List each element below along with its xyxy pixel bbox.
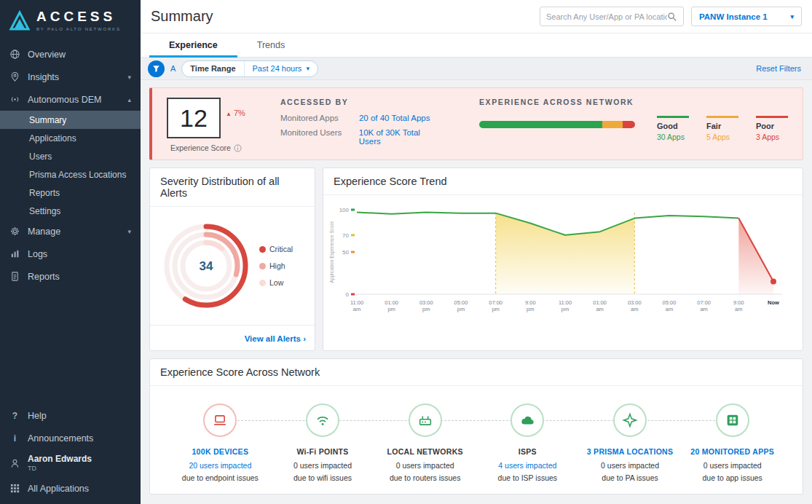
monitored-apps-link[interactable]: 20 MONITORED APPS — [681, 447, 784, 456]
local-networks-title: LOCAL NETWORKS — [374, 447, 476, 456]
user-menu[interactable]: Aaron Edwards TD — [0, 449, 141, 477]
experience-across-network-block: EXPERIENCE ACROSS NETWORK Good 30 Apps — [479, 98, 788, 152]
sidebar-item-users[interactable]: Users — [0, 147, 141, 165]
sidebar-item-autonomous-dem[interactable]: Autonomous DEM ▴ — [0, 88, 141, 111]
instance-selector[interactable]: PANW Instance 1 ▾ — [691, 7, 802, 26]
search-icon — [667, 12, 677, 22]
sidebar-item-manage[interactable]: Manage ▾ — [0, 220, 141, 243]
experience-score-trend-card: Experience Score Trend — [323, 168, 803, 351]
content-area: 12 ▲ 7% Experience Score ACCESS — [141, 80, 812, 504]
sidebar-item-label: Reports — [29, 188, 60, 198]
user-info: Aaron Edwards TD — [28, 454, 92, 473]
help-label: Help — [28, 411, 47, 421]
page-title: Summary — [151, 8, 213, 25]
legend-fair: Fair 5 Apps — [706, 116, 738, 141]
router-icon — [409, 403, 442, 437]
devices-impact[interactable]: 20 users impacted — [169, 461, 272, 470]
severity-legend: Critical High Low — [259, 245, 293, 287]
user-tenant: TD — [28, 465, 92, 473]
experience-across-network-card: Experience Score Across Network 100K DEV… — [149, 358, 803, 495]
sidebar-item-dem-reports[interactable]: Reports — [0, 184, 141, 202]
sidebar-item-settings[interactable]: Settings — [0, 202, 141, 220]
legend-good-swatch — [657, 116, 689, 118]
sidebar-item-applications[interactable]: Applications — [0, 129, 141, 147]
legend-low: Low — [259, 278, 293, 287]
sidebar-item-reports[interactable]: Reports — [0, 265, 141, 288]
score-block: 12 ▲ 7% Experience Score — [167, 98, 245, 152]
network-node-local-networks: LOCAL NETWORKS 0 users impacted due to r… — [374, 403, 476, 482]
devices-laptop-icon — [203, 403, 237, 437]
prisma-locations-link[interactable]: 3 PRISMA LOCATIONS — [579, 447, 682, 456]
sidebar-item-insights[interactable]: Insights ▾ — [0, 66, 141, 88]
announcements-label: Announcements — [28, 433, 93, 444]
local-networks-cause: due to routers issues — [374, 473, 476, 482]
all-applications-button[interactable]: All Applications — [0, 477, 141, 500]
prisma-locations-cause: due to PA issues — [579, 473, 682, 482]
wifi-icon — [306, 403, 339, 437]
announcements-button[interactable]: i Announcements — [0, 427, 141, 449]
devices-link[interactable]: 100K DEVICES — [169, 447, 272, 456]
search-input[interactable] — [546, 12, 667, 21]
sidebar: ACCESS BY PALO ALTO NETWORKS Overview — [0, 0, 141, 504]
score-delta: ▲ 7% — [226, 109, 245, 117]
sidebar-item-label: Prisma Access Locations — [29, 170, 126, 180]
legend-poor-count: 3 Apps — [756, 133, 788, 141]
info-circle-icon[interactable] — [234, 144, 242, 152]
reset-filters-link[interactable]: Reset Filters — [756, 64, 805, 73]
svg-text:01:00am: 01:00am — [593, 299, 607, 312]
brand-title: ACCESS — [36, 9, 121, 25]
accessed-by-block: ACCESSED BY Monitored Apps 20 of 40 Tota… — [280, 98, 444, 152]
time-range-label: Time Range — [182, 61, 244, 76]
chevron-down-icon: ▾ — [127, 228, 131, 235]
legend-good: Good 30 Apps — [657, 116, 689, 141]
sidebar-item-overview[interactable]: Overview — [0, 43, 141, 66]
legend-poor-label: Poor — [756, 122, 788, 130]
svg-text:34: 34 — [200, 259, 213, 273]
time-range-filter[interactable]: Time Range Past 24 hours ▾ — [181, 60, 318, 77]
svg-text:01:00pm: 01:00pm — [385, 299, 398, 312]
trend-card-title: Experience Score Trend — [323, 168, 803, 195]
sidebar-item-prisma-access-locations[interactable]: Prisma Access Locations — [0, 165, 141, 184]
devices-cause: due to endpoint issues — [169, 473, 272, 482]
brand-text: ACCESS BY PALO ALTO NETWORKS — [36, 9, 121, 31]
tab-trends[interactable]: Trends — [237, 34, 304, 58]
network-node-devices: 100K DEVICES 20 users impacted due to en… — [169, 403, 272, 482]
instance-value: PANW Instance 1 — [699, 12, 768, 21]
legend-low-label: Low — [269, 278, 283, 287]
experience-across-network-heading: EXPERIENCE ACROSS NETWORK — [479, 98, 788, 106]
score-label: Experience Score — [170, 143, 242, 152]
view-all-alerts-link[interactable]: View all Alerts › — [245, 334, 306, 343]
svg-text:9:00am: 9:00am — [733, 299, 744, 312]
monitored-apps-row: Monitored Apps 20 of 40 Total Apps — [280, 114, 444, 122]
prisma-spark-icon — [613, 403, 647, 437]
funnel-icon — [152, 65, 160, 73]
time-range-value[interactable]: Past 24 hours ▾ — [245, 61, 318, 76]
main-area: Summary PANW Instance 1 ▾ Experience Tre… — [141, 0, 812, 504]
distribution-legend: Good 30 Apps Fair 5 Apps Poor — [657, 116, 788, 141]
access-logo-icon — [9, 10, 31, 31]
svg-text:05:00am: 05:00am — [663, 299, 677, 312]
legend-high-swatch — [259, 263, 266, 269]
sidebar-item-summary[interactable]: Summary — [0, 111, 141, 129]
sidebar-item-label: Autonomous DEM — [28, 95, 101, 105]
isps-title: ISPS — [476, 447, 579, 456]
experience-score-value: 12 — [167, 98, 221, 138]
isps-impact[interactable]: 4 users impacted — [476, 461, 579, 470]
monitored-apps-label: Monitored Apps — [280, 114, 359, 122]
tab-experience[interactable]: Experience — [149, 34, 237, 58]
svg-text:05:00pm: 05:00pm — [454, 299, 468, 312]
global-search[interactable] — [540, 7, 684, 26]
network-node-monitored-apps: 20 MONITORED APPS 0 users impacted due t… — [681, 403, 784, 482]
svg-text:11:00pm: 11:00pm — [559, 299, 572, 312]
sidebar-item-logs[interactable]: Logs — [0, 243, 141, 265]
score-label-text: Experience Score — [170, 143, 231, 152]
severity-donut-chart: 34 — [154, 214, 258, 318]
filter-button[interactable] — [148, 60, 165, 77]
local-networks-impact: 0 users impacted — [374, 461, 476, 470]
legend-good-count: 30 Apps — [657, 133, 689, 141]
monitored-users-value[interactable]: 10K of 30K Total Users — [359, 128, 444, 146]
monitored-apps-value[interactable]: 20 of 40 Total Apps — [359, 114, 430, 122]
help-button[interactable]: ? Help — [0, 404, 141, 427]
filter-prefix: A — [170, 64, 176, 73]
legend-fair-label: Fair — [706, 122, 738, 130]
